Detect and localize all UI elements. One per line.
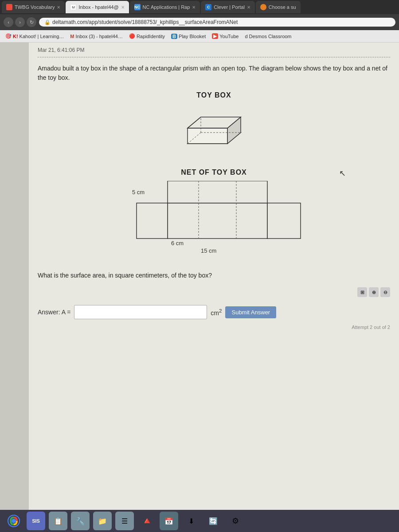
tab-gmail-close[interactable]: ✕ bbox=[121, 5, 125, 10]
taskbar-item5[interactable]: 📁 bbox=[93, 512, 112, 530]
bookmark-gmail[interactable]: M Inbox (3) - hpatel44… bbox=[68, 33, 125, 40]
unit-exponent: 2 bbox=[219, 308, 222, 313]
bookmark-ks[interactable]: 🎯 K! Kahoot! | Learning… bbox=[4, 32, 66, 40]
tab-nc[interactable]: NC NC Applications | Rap ✕ bbox=[130, 1, 200, 13]
taskbar-icon7: 🔺 bbox=[141, 515, 153, 527]
address-bar-row: ‹ › ↻ 🔒 deltamath.com/app/student/solve/… bbox=[0, 14, 399, 30]
zoom-in-icon[interactable]: ⊕ bbox=[369, 287, 379, 297]
bookmark-rapid-icon: 🔴 bbox=[129, 33, 135, 39]
taskbar-icon8: 📅 bbox=[164, 517, 173, 525]
svg-rect-8 bbox=[168, 203, 267, 239]
expand-icon[interactable]: ⊞ bbox=[357, 287, 367, 297]
attempt-text: Attempt 2 out of 2 bbox=[38, 325, 390, 330]
nav-buttons: ‹ › ↻ bbox=[4, 17, 36, 27]
svg-point-20 bbox=[12, 519, 16, 523]
svg-text:6 cm: 6 cm bbox=[171, 240, 184, 246]
timestamp: Mar 21, 6:41:06 PM bbox=[38, 47, 390, 53]
bookmark-desmos[interactable]: d Desmos Classroom bbox=[243, 33, 293, 40]
bookmark-ks-icon: 🎯 bbox=[5, 33, 12, 39]
tab-twbg[interactable]: TWBG Vocabulary ✕ bbox=[2, 1, 65, 13]
taskbar-sis-label: SIS bbox=[32, 518, 40, 524]
bookmarks-bar: 🎯 K! Kahoot! | Learning… M Inbox (3) - h… bbox=[0, 30, 399, 43]
address-bar[interactable]: 🔒 deltamath.com/app/student/solve/188887… bbox=[39, 18, 395, 27]
taskbar-item6[interactable]: ☰ bbox=[115, 512, 134, 530]
tab-nc-label: NC Applications | Rap bbox=[143, 4, 190, 10]
taskbar-chrome[interactable] bbox=[4, 512, 23, 530]
tab-favicon-choose bbox=[260, 4, 266, 10]
toy-box-section: TOY BOX bbox=[38, 91, 390, 262]
taskbar-icon5: 📁 bbox=[98, 517, 107, 525]
bookmark-desmos-icon: d bbox=[245, 34, 247, 39]
tab-twbg-label: TWBG Vocabulary bbox=[15, 4, 55, 10]
svg-text:15 cm: 15 cm bbox=[201, 247, 216, 254]
taskbar-icon4: 🔧 bbox=[76, 517, 85, 525]
zoom-out-icon[interactable]: ⊖ bbox=[380, 287, 390, 297]
net-title: NET OF TOY BOX bbox=[181, 168, 247, 176]
taskbar-icon11: ⚙ bbox=[232, 516, 239, 526]
bookmark-ks-label: K! bbox=[13, 34, 18, 39]
toy-box-title: TOY BOX bbox=[196, 91, 231, 99]
bookmark-ks-text: Kahoot! | Learning… bbox=[20, 34, 64, 39]
svg-rect-10 bbox=[137, 203, 168, 239]
tab-choose[interactable]: Choose a su bbox=[256, 1, 301, 13]
bookmark-blooket-label: Play Blooket bbox=[179, 34, 206, 39]
tab-twbg-close[interactable]: ✕ bbox=[57, 5, 60, 10]
svg-rect-9 bbox=[168, 181, 267, 203]
left-sidebar bbox=[0, 43, 29, 510]
tab-gmail[interactable]: M Inbox - hpatel44@ ✕ bbox=[66, 1, 129, 13]
bookmark-rapid-label: RapidIdentity bbox=[137, 34, 165, 39]
tab-clever[interactable]: C Clever | Portal ✕ bbox=[201, 1, 255, 13]
bookmark-rapididentity[interactable]: 🔴 RapidIdentity bbox=[127, 32, 167, 40]
tab-favicon-gmail: M bbox=[70, 4, 76, 10]
taskbar-icon9: ⬇ bbox=[188, 517, 194, 525]
bookmark-desmos-label: Desmos Classroom bbox=[249, 34, 292, 39]
taskbar-item11[interactable]: ⚙ bbox=[226, 512, 245, 530]
toolbar-icons: ⊞ ⊕ ⊖ bbox=[38, 287, 390, 297]
net-diagram: 5 cm 6 cm 15 cm bbox=[119, 181, 309, 258]
main-panel: Mar 21, 6:41:06 PM Amadou built a toy bo… bbox=[29, 43, 399, 510]
bookmark-blooket[interactable]: B Play Blooket bbox=[169, 33, 207, 40]
taskbar-item3[interactable]: 📋 bbox=[49, 512, 67, 530]
toy-box-diagram bbox=[170, 104, 258, 161]
taskbar-item9[interactable]: ⬇ bbox=[182, 512, 200, 530]
answer-row: Answer: A = cm2 Submit Answer bbox=[38, 301, 390, 323]
svg-line-4 bbox=[188, 117, 201, 128]
tab-clever-close[interactable]: ✕ bbox=[247, 5, 250, 10]
svg-text:5 cm: 5 cm bbox=[132, 189, 145, 196]
svg-marker-1 bbox=[227, 117, 241, 144]
problem-text: Amadou built a toy box in the shape of a… bbox=[38, 64, 390, 82]
tab-gmail-label: Inbox - hpatel44@ bbox=[78, 4, 118, 10]
bookmark-gmail-icon: M bbox=[70, 34, 74, 39]
reload-button[interactable]: ↻ bbox=[27, 17, 36, 27]
bookmark-gmail-label: Inbox (3) - hpatel44… bbox=[75, 34, 122, 39]
tab-nc-close[interactable]: ✕ bbox=[192, 5, 196, 10]
address-url: deltamath.com/app/student/solve/18888753… bbox=[52, 19, 238, 25]
forward-button[interactable]: › bbox=[15, 17, 25, 27]
tab-favicon-clever: C bbox=[205, 4, 211, 10]
lock-icon: 🔒 bbox=[44, 20, 51, 25]
taskbar-item7[interactable]: 🔺 bbox=[137, 512, 156, 530]
taskbar-icon3: 📋 bbox=[54, 517, 63, 525]
taskbar-icon10: 🔄 bbox=[209, 517, 218, 525]
answer-label: Answer: A = bbox=[38, 309, 70, 316]
divider bbox=[38, 57, 390, 58]
content-area: Mar 21, 6:41:06 PM Amadou built a toy bo… bbox=[0, 43, 399, 510]
submit-button[interactable]: Submit Answer bbox=[225, 306, 276, 318]
answer-input[interactable] bbox=[74, 305, 207, 319]
bookmark-youtube[interactable]: ▶ YouTube bbox=[210, 32, 240, 40]
unit-label: cm2 bbox=[211, 308, 222, 317]
taskbar-item8[interactable]: 📅 bbox=[160, 512, 178, 530]
bookmark-blooket-icon: B bbox=[171, 34, 177, 39]
tab-favicon-twbg bbox=[6, 4, 12, 10]
svg-rect-11 bbox=[267, 203, 301, 239]
tab-clever-label: Clever | Portal bbox=[214, 4, 245, 10]
tab-favicon-nc: NC bbox=[134, 4, 141, 10]
taskbar-item4[interactable]: 🔧 bbox=[71, 512, 90, 530]
svg-marker-2 bbox=[188, 128, 227, 144]
taskbar-icon6: ☰ bbox=[121, 517, 128, 525]
taskbar-sis[interactable]: SIS bbox=[27, 512, 45, 530]
taskbar-item10[interactable]: 🔄 bbox=[204, 512, 223, 530]
question-text: What is the surface area, in square cent… bbox=[38, 271, 390, 280]
bookmark-youtube-icon: ▶ bbox=[212, 33, 218, 39]
back-button[interactable]: ‹ bbox=[4, 17, 13, 27]
